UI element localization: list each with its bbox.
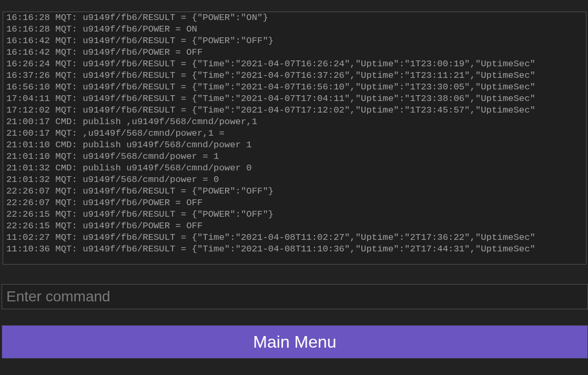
- command-input[interactable]: [2, 284, 588, 309]
- console-output[interactable]: 16:16:28 MQT: u9149f/fb6/RESULT = {"POWE…: [3, 12, 586, 265]
- console-line: 11:02:27 MQT: u9149f/fb6/RESULT = {"Time…: [6, 232, 586, 244]
- console-line: 21:00:17 CMD: publish ,u9149f/568/cmnd/p…: [6, 116, 586, 128]
- console-line: 21:01:32 CMD: publish u9149f/568/cmnd/po…: [6, 163, 586, 174]
- console-lines: 16:16:28 MQT: u9149f/fb6/RESULT = {"POWE…: [3, 12, 586, 255]
- console-line: 16:16:42 MQT: u9149f/fb6/POWER = OFF: [6, 47, 586, 58]
- console-line: 16:37:26 MQT: u9149f/fb6/RESULT = {"Time…: [6, 70, 586, 82]
- console-line: 22:26:15 MQT: u9149f/fb6/POWER = OFF: [6, 220, 586, 232]
- console-line: 16:16:28 MQT: u9149f/fb6/POWER = ON: [6, 24, 586, 35]
- console-line: 22:26:15 MQT: u9149f/fb6/RESULT = {"POWE…: [6, 209, 586, 220]
- console-line: 11:10:36 MQT: u9149f/fb6/RESULT = {"Time…: [6, 244, 586, 255]
- console-line: 17:04:11 MQT: u9149f/fb6/RESULT = {"Time…: [6, 93, 586, 105]
- console-line: 22:26:07 MQT: u9149f/fb6/POWER = OFF: [6, 197, 586, 209]
- console-line: 21:01:10 CMD: publish u9149f/568/cmnd/po…: [6, 139, 586, 151]
- console-line: 21:01:32 MQT: u9149f/568/cmnd/power = 0: [6, 174, 586, 186]
- console-line: 22:26:07 MQT: u9149f/fb6/RESULT = {"POWE…: [6, 186, 586, 197]
- console-line: 21:01:10 MQT: u9149f/568/cmnd/power = 1: [6, 151, 586, 163]
- console-line: 17:12:02 MQT: u9149f/fb6/RESULT = {"Time…: [6, 105, 586, 116]
- main-menu-wrap: Main Menu: [2, 325, 588, 359]
- console-line: 21:00:17 MQT: ,u9149f/568/cmnd/power,1 =: [6, 128, 586, 139]
- command-input-wrap: [2, 284, 588, 309]
- main-menu-button[interactable]: Main Menu: [2, 325, 588, 359]
- console-line: 16:26:24 MQT: u9149f/fb6/RESULT = {"Time…: [6, 58, 586, 70]
- console-panel: 16:16:28 MQT: u9149f/fb6/RESULT = {"POWE…: [2, 0, 586, 265]
- console-line: 16:56:10 MQT: u9149f/fb6/RESULT = {"Time…: [6, 82, 586, 93]
- console-line: 16:16:42 MQT: u9149f/fb6/RESULT = {"POWE…: [6, 35, 586, 47]
- console-line: 16:16:28 MQT: u9149f/fb6/RESULT = {"POWE…: [6, 12, 586, 24]
